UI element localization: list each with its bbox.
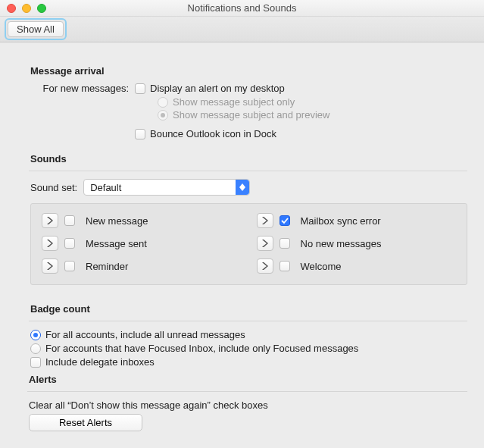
- alerts-divider: [27, 391, 467, 392]
- sound-item: Reminder: [42, 258, 242, 274]
- play-sound-button[interactable]: [42, 258, 58, 274]
- sounds-divider: [29, 171, 467, 171]
- sound-enable-checkbox[interactable]: [279, 215, 290, 226]
- display-alert-checkbox[interactable]: [135, 83, 145, 94]
- badge-all-accounts-label: For all accounts, include all unread mes…: [45, 329, 245, 340]
- chevron-right-icon: [262, 262, 268, 270]
- badge-focused-radio[interactable]: [30, 343, 41, 354]
- section-message-arrival-heading: Message arrival: [30, 65, 467, 77]
- minimize-window-button[interactable]: [22, 4, 31, 13]
- toolbar: Show All: [0, 17, 484, 42]
- play-sound-button[interactable]: [257, 258, 273, 274]
- chevron-right-icon: [47, 262, 53, 270]
- select-stepper-icon: [236, 180, 249, 195]
- sound-item-label: Message sent: [86, 238, 147, 249]
- section-alerts-heading: Alerts: [29, 374, 467, 385]
- sound-enable-checkbox[interactable]: [279, 238, 290, 249]
- chevron-right-icon: [262, 217, 268, 224]
- chevron-right-icon: [262, 240, 268, 247]
- sound-item-label: No new messages: [301, 238, 382, 249]
- sound-item: Mailbox sync error: [257, 213, 457, 228]
- show-all-focus-ring: Show All: [5, 18, 67, 40]
- sound-item-label: Welcome: [301, 261, 342, 272]
- sound-set-value: Default: [90, 182, 121, 193]
- badge-all-accounts-radio[interactable]: [30, 330, 41, 340]
- close-window-button[interactable]: [7, 4, 16, 13]
- subject-only-radio: [158, 97, 168, 108]
- include-delegate-label: Include delegate inboxes: [45, 356, 155, 368]
- sound-item: Message sent: [42, 236, 242, 251]
- sound-enable-checkbox[interactable]: [64, 215, 75, 226]
- sound-enable-checkbox[interactable]: [64, 261, 75, 271]
- sound-set-label: Sound set:: [30, 182, 77, 193]
- alerts-description: Clear all “Don’t show this message again…: [29, 399, 467, 411]
- play-sound-button[interactable]: [42, 213, 58, 228]
- chevron-right-icon: [47, 217, 53, 224]
- sounds-grid: New messageMailbox sync errorMessage sen…: [30, 203, 467, 285]
- display-alert-label: Display an alert on my desktop: [150, 83, 285, 94]
- show-all-button[interactable]: Show All: [8, 21, 64, 37]
- play-sound-button[interactable]: [257, 213, 273, 228]
- sound-item: New message: [42, 213, 242, 228]
- section-sounds-heading: Sounds: [30, 153, 467, 164]
- play-sound-button[interactable]: [42, 236, 58, 251]
- sound-item-label: Mailbox sync error: [301, 215, 381, 227]
- play-sound-button[interactable]: [257, 236, 273, 251]
- sound-item-label: New message: [86, 215, 148, 227]
- zoom-window-button[interactable]: [37, 4, 46, 13]
- badge-focused-label: For accounts that have Focused Inbox, in…: [45, 343, 358, 354]
- badge-divider: [29, 321, 467, 321]
- sound-item-label: Reminder: [86, 261, 128, 272]
- preferences-window: Notifications and Sounds Show All Messag…: [0, 0, 484, 448]
- content-area: Message arrival For new messages: Displa…: [0, 42, 484, 442]
- for-new-messages-label: For new messages:: [30, 83, 129, 94]
- include-delegate-checkbox[interactable]: [30, 357, 41, 368]
- window-title: Notifications and Sounds: [0, 2, 484, 14]
- titlebar: Notifications and Sounds: [0, 0, 484, 17]
- sound-item: Welcome: [257, 258, 457, 274]
- bounce-icon-checkbox[interactable]: [135, 129, 145, 139]
- sound-enable-checkbox[interactable]: [64, 238, 75, 249]
- check-icon: [281, 217, 289, 224]
- subject-and-preview-label: Show message subject and preview: [173, 109, 329, 121]
- bounce-icon-label: Bounce Outlook icon in Dock: [150, 128, 276, 139]
- chevron-right-icon: [47, 240, 53, 247]
- sound-item: No new messages: [257, 236, 457, 251]
- reset-alerts-button[interactable]: Reset Alerts: [29, 414, 142, 431]
- sound-set-select[interactable]: Default: [83, 179, 250, 196]
- section-badge-heading: Badge count: [30, 303, 467, 315]
- subject-only-label: Show message subject only: [173, 96, 295, 108]
- sound-enable-checkbox[interactable]: [279, 261, 290, 271]
- subject-and-preview-radio: [158, 110, 168, 121]
- window-controls: [7, 4, 46, 13]
